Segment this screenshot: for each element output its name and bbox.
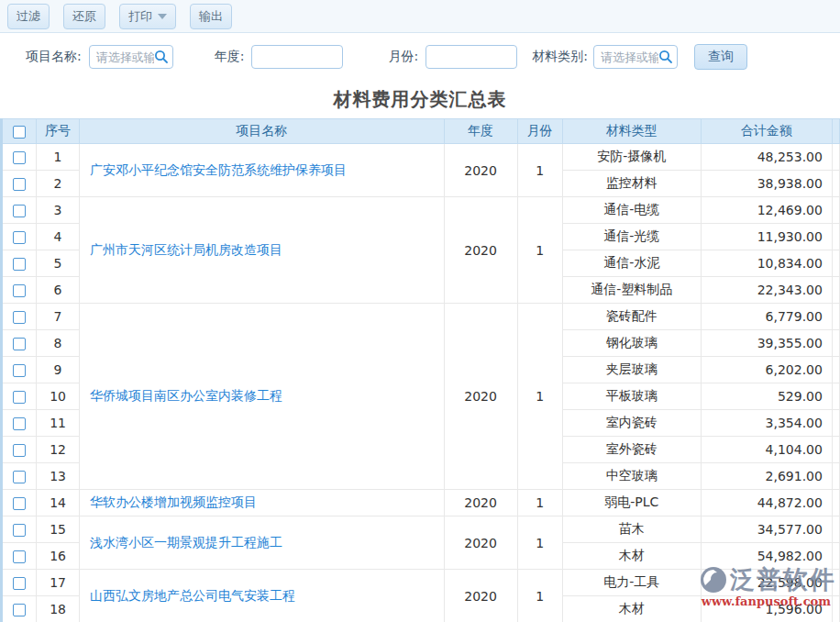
search-icon[interactable] (658, 50, 673, 64)
table-row: 1广安邓小平纪念馆安全防范系统维护保养项目20201安防-摄像机48,253.0… (2, 144, 840, 171)
filter-bar: 项目名称: 年度: 月份: 材料类别: 查询 (0, 33, 840, 81)
project-name-cell: 浅水湾小区一期景观提升工程施工 (80, 516, 444, 570)
row-checkbox[interactable] (13, 151, 26, 164)
project-name-input-field[interactable] (96, 50, 154, 64)
amount-cell: 11,930.00 (701, 224, 832, 250)
sliver-cell (832, 490, 839, 516)
sliver-cell (832, 224, 839, 250)
column-header: 项目名称 (80, 119, 444, 144)
select-all-header-cell (2, 119, 37, 144)
toolbar-button-label: 打印 (128, 8, 152, 25)
amount-cell: 10,834.00 (701, 250, 832, 277)
amount-cell: 1,596.00 (701, 596, 832, 622)
sliver-cell (832, 437, 839, 463)
sliver-cell (832, 171, 839, 197)
row-checkbox-cell (2, 410, 37, 437)
row-checkbox[interactable] (13, 524, 26, 537)
row-checkbox-cell (2, 197, 37, 224)
project-link[interactable]: 广州市天河区统计局机房改造项目 (90, 242, 282, 257)
toolbar-button-label: 输出 (199, 8, 223, 25)
row-checkbox[interactable] (13, 364, 26, 377)
sliver-cell (832, 197, 839, 224)
row-checkbox[interactable] (13, 338, 26, 350)
project-link[interactable]: 广安邓小平纪念馆安全防范系统维护保养项目 (90, 162, 347, 177)
project-name-cell: 华软办公楼增加视频监控项目 (80, 490, 444, 516)
row-checkbox-cell (2, 330, 37, 357)
month-input[interactable] (426, 45, 517, 69)
row-checkbox[interactable] (13, 444, 26, 457)
row-checkbox[interactable] (13, 604, 26, 616)
row-checkbox[interactable] (13, 471, 26, 483)
row-checkbox-cell (2, 277, 37, 304)
amount-cell: 3,354.00 (701, 410, 832, 437)
row-checkbox[interactable] (13, 284, 26, 297)
amount-cell: 54,982.00 (701, 543, 832, 570)
sequence-cell: 2 (37, 171, 80, 197)
material-type-cell: 通信-水泥 (562, 250, 701, 277)
sequence-cell: 5 (37, 250, 80, 277)
row-checkbox-cell (2, 463, 37, 490)
project-link[interactable]: 华软办公楼增加视频监控项目 (90, 494, 257, 509)
material-category-input[interactable] (593, 45, 678, 69)
toolbar: 过滤还原打印输出 (0, 0, 840, 33)
sequence-cell: 12 (37, 437, 80, 463)
row-checkbox[interactable] (13, 391, 26, 404)
material-category-label: 材料类别: (532, 49, 588, 65)
toolbar-button-label: 过滤 (17, 8, 40, 25)
query-button[interactable]: 查询 (694, 44, 747, 70)
sliver-cell (832, 543, 839, 570)
sequence-cell: 8 (37, 330, 80, 357)
project-link[interactable]: 浅水湾小区一期景观提升工程施工 (90, 535, 282, 550)
material-type-cell: 弱电-PLC (562, 490, 701, 516)
toolbar-button[interactable]: 还原 (63, 4, 105, 29)
row-checkbox[interactable] (13, 258, 26, 271)
material-category-input-field[interactable] (601, 50, 658, 64)
month-label: 月份: (388, 49, 418, 65)
toolbar-button-label: 还原 (72, 8, 96, 25)
material-type-cell: 苗木 (562, 516, 701, 543)
amount-cell: 44,872.00 (701, 490, 832, 516)
sequence-cell: 6 (37, 277, 80, 304)
row-checkbox[interactable] (13, 417, 26, 430)
row-checkbox[interactable] (13, 577, 26, 590)
row-checkbox[interactable] (13, 311, 26, 324)
project-link[interactable]: 华侨城项目南区办公室内装修工程 (90, 388, 282, 403)
material-type-cell: 木材 (562, 543, 701, 570)
year-cell: 2020 (444, 304, 517, 490)
year-input-field[interactable] (259, 50, 338, 64)
project-name-input[interactable] (89, 45, 173, 69)
row-checkbox[interactable] (13, 497, 26, 510)
table-row: 3广州市天河区统计局机房改造项目20201通信-电缆12,469.00 (2, 197, 840, 224)
sliver-cell (832, 144, 839, 171)
material-type-cell: 钢化玻璃 (562, 330, 701, 357)
material-type-cell: 平板玻璃 (562, 383, 701, 410)
sliver-cell (832, 570, 839, 596)
select-all-checkbox[interactable] (13, 126, 26, 139)
row-checkbox[interactable] (13, 178, 26, 191)
year-label: 年度: (215, 49, 245, 65)
material-type-cell: 安防-摄像机 (562, 144, 701, 171)
row-checkbox[interactable] (13, 205, 26, 217)
sliver-cell (832, 250, 839, 277)
sliver-cell (832, 330, 839, 357)
year-input[interactable] (251, 45, 343, 69)
sequence-cell: 9 (37, 357, 80, 383)
project-link[interactable]: 山西弘文房地产总公司电气安装工程 (90, 588, 295, 603)
page-title: 材料费用分类汇总表 (334, 87, 507, 112)
row-checkbox-cell (2, 171, 37, 197)
month-input-field[interactable] (433, 50, 513, 64)
material-type-cell: 中空玻璃 (562, 463, 701, 490)
print-button[interactable]: 打印 (119, 4, 176, 29)
row-checkbox-cell (2, 570, 37, 596)
toolbar-button[interactable]: 过滤 (7, 4, 50, 29)
toolbar-button[interactable]: 输出 (190, 4, 232, 29)
sequence-cell: 16 (37, 543, 80, 570)
sequence-cell: 4 (37, 224, 80, 250)
amount-cell: 4,104.00 (701, 437, 832, 463)
search-icon[interactable] (154, 50, 169, 64)
row-checkbox[interactable] (13, 231, 26, 244)
sliver-header-cell (832, 119, 839, 144)
row-checkbox-cell (2, 250, 37, 277)
project-name-cell: 华侨城项目南区办公室内装修工程 (80, 304, 444, 490)
row-checkbox[interactable] (13, 550, 26, 563)
